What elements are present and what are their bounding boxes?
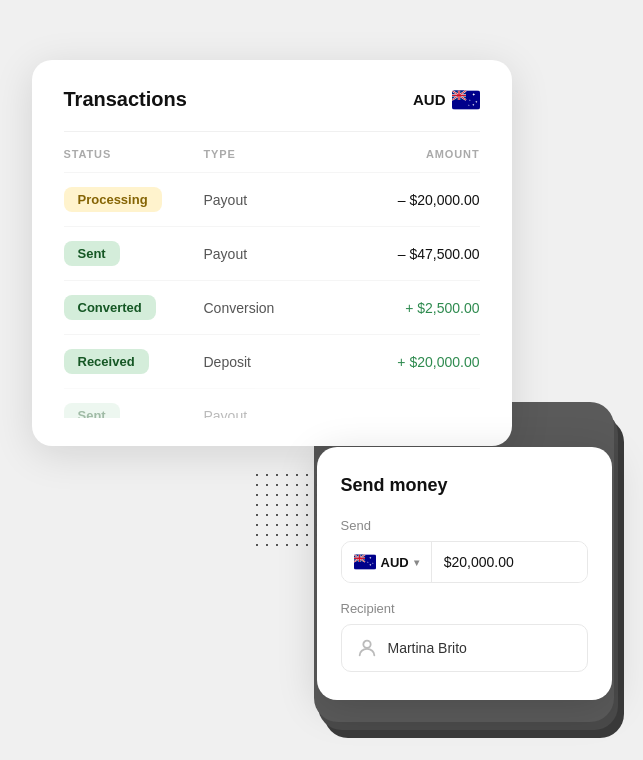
recipient-row[interactable]: Martina Brito: [341, 624, 588, 672]
svg-point-30: [363, 641, 370, 648]
svg-text:✦: ✦: [474, 99, 477, 103]
amount-cell: + $2,500.00: [364, 300, 480, 316]
col-type: TYPE: [204, 148, 364, 160]
amount-cell: + $20,000.00: [364, 354, 480, 370]
person-icon: [356, 637, 378, 659]
type-cell: Payout: [204, 408, 364, 419]
status-badge-sent: Sent: [64, 241, 120, 266]
selected-currency: AUD: [381, 555, 409, 570]
transactions-card: Transactions AUD ✦: [32, 60, 512, 446]
status-badge-processing: Processing: [64, 187, 162, 212]
chevron-down-icon: ▾: [414, 557, 419, 568]
australia-flag-icon: ✦ ✦ ✦ ✦ ✦: [452, 90, 480, 110]
send-money-card: Send money Send ✦ ✦ ✦ ✦: [317, 447, 612, 700]
type-cell: Payout: [204, 192, 364, 208]
transactions-title: Transactions: [64, 88, 187, 111]
table-row: Received Deposit + $20,000.00: [64, 334, 480, 388]
currency-input-row[interactable]: ✦ ✦ ✦ ✦ AUD ▾: [341, 541, 588, 583]
status-cell: Sent: [64, 403, 204, 418]
currency-selector[interactable]: ✦ ✦ ✦ ✦ AUD ▾: [342, 542, 432, 582]
type-cell: Payout: [204, 246, 364, 262]
table-row: Sent Payout – $47,500.00: [64, 226, 480, 280]
send-money-title: Send money: [341, 475, 588, 496]
header-divider: [64, 131, 480, 132]
svg-text:✦: ✦: [467, 103, 469, 105]
amount-cell: – $47,500.00: [364, 246, 480, 262]
currency-badge[interactable]: AUD ✦ ✦ ✦: [413, 90, 480, 110]
table-row-faded: Sent Payout: [64, 388, 480, 418]
status-badge-converted: Converted: [64, 295, 156, 320]
amount-input[interactable]: [432, 542, 588, 582]
table-header: STATUS TYPE AMOUNT: [64, 148, 480, 160]
scene: Transactions AUD ✦: [32, 40, 612, 720]
status-cell: Received: [64, 349, 204, 374]
aud-flag-icon: ✦ ✦ ✦ ✦: [354, 554, 376, 570]
svg-text:✦: ✦: [369, 556, 372, 560]
table-row: Processing Payout – $20,000.00: [64, 172, 480, 226]
svg-text:✦: ✦: [372, 562, 374, 564]
status-badge-received: Received: [64, 349, 149, 374]
status-cell: Converted: [64, 295, 204, 320]
type-cell: Deposit: [204, 354, 364, 370]
status-badge-sent-faded: Sent: [64, 403, 120, 418]
svg-text:✦: ✦: [366, 561, 368, 563]
status-cell: Sent: [64, 241, 204, 266]
svg-text:✦: ✦: [468, 98, 470, 100]
status-cell: Processing: [64, 187, 204, 212]
col-status: STATUS: [64, 148, 204, 160]
recipient-label: Recipient: [341, 601, 588, 616]
currency-code: AUD: [413, 91, 446, 108]
recipient-name: Martina Brito: [388, 640, 467, 656]
svg-text:✦: ✦: [471, 102, 474, 106]
send-label: Send: [341, 518, 588, 533]
col-amount: AMOUNT: [364, 148, 480, 160]
amount-cell: – $20,000.00: [364, 192, 480, 208]
type-cell: Conversion: [204, 300, 364, 316]
card-header: Transactions AUD ✦: [64, 88, 480, 111]
table-row: Converted Conversion + $2,500.00: [64, 280, 480, 334]
